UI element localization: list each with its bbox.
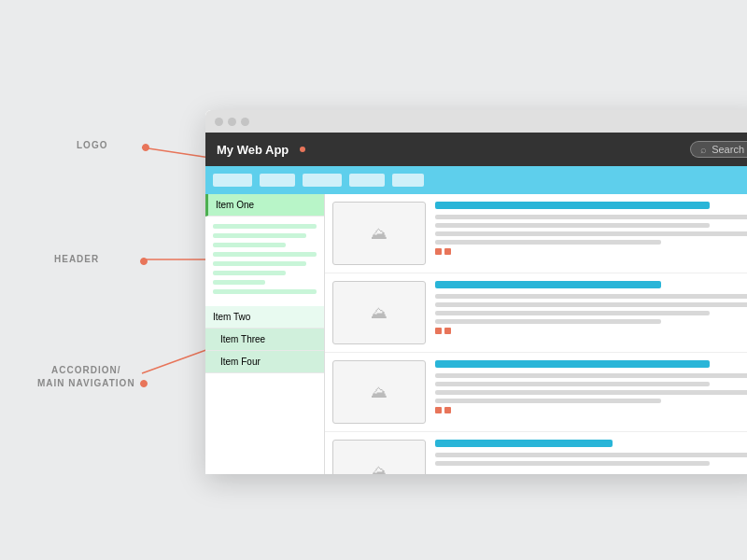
browser-chrome: [205, 110, 747, 133]
sidebar-expanded-content: [205, 217, 324, 306]
text-line-2-2: [435, 302, 747, 307]
title-bar-1: [435, 202, 710, 209]
thumbnail-3: ⛰: [332, 360, 426, 424]
content-text-1: [435, 202, 747, 260]
sidebar-line-4: [213, 252, 317, 257]
sidebar-item-four[interactable]: Item Four: [205, 351, 324, 373]
text-line-3-2: [435, 382, 710, 386]
title-bar-2: [435, 281, 661, 288]
browser-dot-green: [241, 118, 249, 126]
browser-dot-red: [215, 118, 223, 126]
content-dots-2: [435, 328, 747, 334]
text-line-1-1: [435, 215, 747, 219]
text-line-2-1: [435, 294, 747, 299]
dot-sq-2-2: [444, 328, 451, 334]
app-title-container: My Web App: [217, 143, 305, 157]
content-text-4: [435, 440, 747, 469]
sidebar-item-one[interactable]: Item One: [205, 194, 324, 217]
dot-sq-1-1: [435, 248, 442, 255]
image-icon-4: ⛰: [371, 462, 388, 475]
sidebar-item-three[interactable]: Item Three: [205, 329, 324, 351]
content-text-2: [435, 281, 747, 340]
logo-annotation-dot: [142, 144, 149, 151]
search-icon: ⌕: [700, 144, 707, 155]
browser-window: My Web App ⌕ Search Item One: [205, 110, 747, 474]
text-line-3-4: [435, 399, 661, 403]
header-annotation-dot: [140, 258, 148, 265]
text-line-1-3: [435, 231, 747, 236]
nav-tab-2[interactable]: [260, 174, 295, 187]
sidebar-line-5: [213, 261, 306, 266]
sidebar-line-7: [213, 280, 265, 285]
text-line-3-3: [435, 390, 747, 395]
thumbnail-4: ⛰: [332, 440, 426, 474]
sidebar-line-2: [213, 233, 306, 238]
image-icon-3: ⛰: [371, 383, 388, 402]
dot-sq-2-1: [435, 328, 442, 334]
dot-sq-3-1: [435, 407, 442, 413]
nav-tab-1[interactable]: [213, 174, 252, 187]
content-text-3: [435, 360, 747, 419]
content-row-2: ⛰: [325, 273, 747, 353]
sidebar-line-1: [213, 224, 317, 229]
dot-sq-3-2: [444, 407, 451, 413]
nav-tabs: [205, 166, 747, 194]
search-label: Search: [712, 144, 744, 155]
sidebar-line-3: [213, 243, 286, 247]
content-dots-3: [435, 407, 747, 413]
content-row-1: ⛰: [325, 194, 747, 273]
app-title-dot: [300, 147, 305, 152]
text-line-2-3: [435, 311, 710, 315]
nav-tab-3[interactable]: [303, 174, 342, 187]
nav-tab-5[interactable]: [392, 174, 424, 187]
accordion-annotation-dot: [140, 380, 148, 387]
browser-dot-yellow: [228, 118, 236, 126]
sidebar: Item One Item Two Item Three Item Four: [205, 194, 325, 474]
image-icon-1: ⛰: [371, 224, 388, 244]
text-line-4-1: [435, 453, 747, 457]
image-icon-2: ⛰: [371, 303, 388, 323]
app-header: My Web App ⌕ Search: [205, 133, 747, 166]
header-annotation-label: HEADER: [54, 254, 99, 264]
sidebar-line-6: [213, 271, 286, 275]
sidebar-item-two[interactable]: Item Two: [205, 306, 324, 329]
text-line-3-1: [435, 373, 747, 378]
text-line-2-4: [435, 319, 661, 324]
thumbnail-2: ⛰: [332, 281, 426, 344]
main-content: Item One Item Two Item Three Item Four: [205, 194, 747, 474]
thumbnail-1: ⛰: [332, 202, 426, 265]
content-dots-1: [435, 248, 747, 255]
accordion-annotation-label: ACCORDION/MAIN NAVIGATION: [37, 364, 135, 390]
nav-tab-4[interactable]: [349, 174, 385, 187]
dot-sq-1-2: [444, 248, 451, 255]
text-line-4-2: [435, 461, 710, 466]
search-box[interactable]: ⌕ Search: [690, 141, 747, 158]
sidebar-line-8: [213, 289, 317, 294]
content-row-3: ⛰: [325, 353, 747, 432]
content-area: ⛰ ⛰: [325, 194, 747, 474]
logo-annotation-label: LOGO: [77, 140, 107, 150]
title-bar-3: [435, 360, 710, 368]
app-title-text: My Web App: [217, 143, 289, 157]
text-line-1-2: [435, 223, 710, 228]
content-row-4: ⛰: [325, 432, 747, 474]
title-bar-4: [435, 440, 613, 447]
text-line-1-4: [435, 240, 661, 245]
